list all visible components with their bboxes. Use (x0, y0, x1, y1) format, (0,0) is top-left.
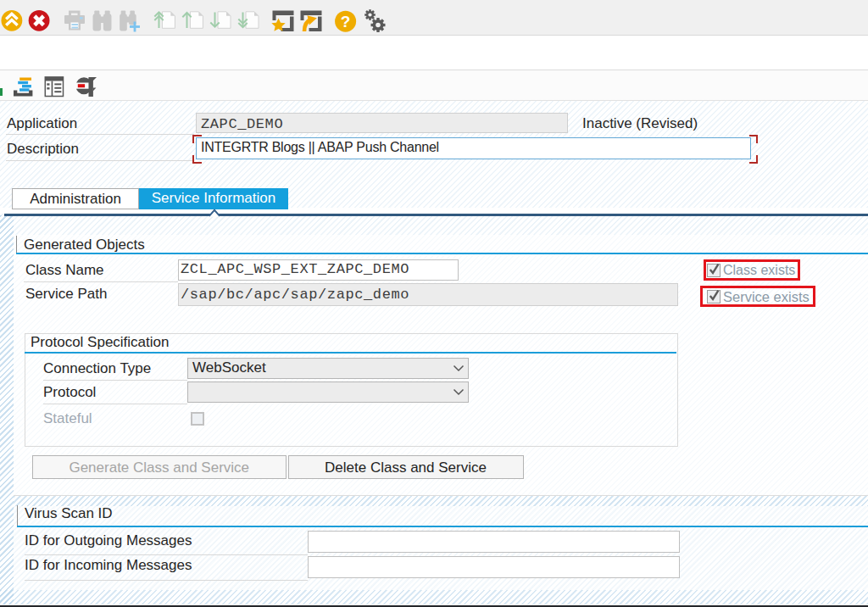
svg-text:?: ? (341, 13, 351, 31)
